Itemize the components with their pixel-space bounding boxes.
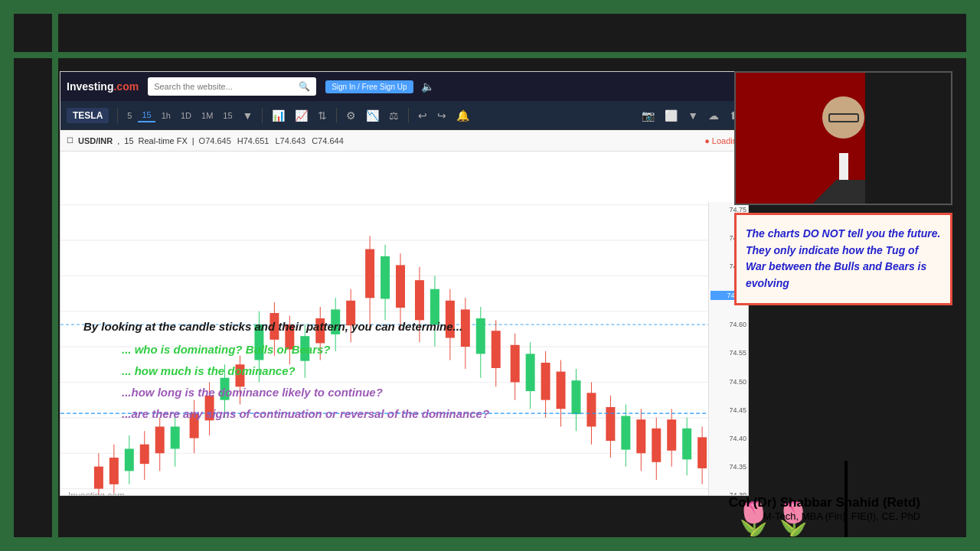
svg-rect-81 <box>652 429 661 462</box>
chart-container: Investing.com 🔍 Sign In / Free Sign Up 🔈… <box>60 71 749 496</box>
svg-rect-59 <box>476 318 485 354</box>
timeframe-15b[interactable]: 15 <box>219 109 236 122</box>
svg-rect-11 <box>94 467 103 489</box>
svg-rect-23 <box>190 413 199 438</box>
layout-dropdown[interactable]: ▼ <box>684 108 702 123</box>
svg-rect-49 <box>396 265 405 308</box>
svg-rect-13 <box>109 458 119 484</box>
svg-rect-15 <box>125 448 134 471</box>
svg-rect-61 <box>492 331 501 368</box>
redo-icon[interactable]: ↪ <box>433 108 450 123</box>
svg-rect-67 <box>541 363 550 400</box>
info-box-text: The charts DO NOT tell you the future. T… <box>746 227 940 289</box>
credits-name: Col (Dr) Shabbar Shahid (Retd) <box>729 495 920 510</box>
chart-area: 74.75 74.70 74.65 74.64 74.60 74.55 74.5… <box>60 152 748 496</box>
svg-rect-69 <box>557 372 566 409</box>
svg-rect-87 <box>697 437 707 468</box>
svg-rect-71 <box>572 380 581 414</box>
person-head <box>822 96 864 139</box>
webcam-dark-side <box>865 73 951 204</box>
svg-rect-17 <box>140 445 149 465</box>
svg-rect-77 <box>621 416 630 450</box>
webcam-person: 🌹🌹 <box>736 73 951 204</box>
timeframe-1m[interactable]: 1M <box>198 109 217 122</box>
chart-toolbar: Investing.com 🔍 Sign In / Free Sign Up 🔈 <box>60 72 748 101</box>
line-chart-icon[interactable]: 📈 <box>291 108 312 123</box>
high-value: H74.651 <box>237 136 270 145</box>
investing-brand: Investing.com <box>67 80 139 93</box>
divider4 <box>408 108 409 123</box>
svg-rect-73 <box>586 393 596 426</box>
search-bar[interactable]: 🔍 <box>148 77 316 96</box>
svg-rect-41 <box>331 309 340 334</box>
svg-rect-51 <box>415 280 424 320</box>
svg-rect-19 <box>155 426 165 453</box>
svg-rect-75 <box>606 407 615 441</box>
indicators-icon[interactable]: 📉 <box>362 108 383 123</box>
layout-icon[interactable]: ⬜ <box>661 108 681 123</box>
timeframe-1d[interactable]: 1D <box>177 109 195 122</box>
svg-rect-37 <box>300 336 309 360</box>
cloud-icon[interactable]: ☁ <box>704 108 723 123</box>
ohlc-values: O74.645 H74.651 L74.643 C74.644 <box>199 136 344 145</box>
svg-rect-57 <box>461 309 470 347</box>
open-value: O74.645 <box>199 136 231 145</box>
right-panel: 🌹🌹 The charts DO NOT tell you the future… <box>734 71 952 305</box>
candlestick-icon[interactable]: 📊 <box>268 108 289 123</box>
svg-rect-27 <box>220 378 230 400</box>
alert-icon[interactable]: 🔔 <box>452 108 473 123</box>
person-glasses <box>828 113 859 122</box>
bar-chart-icon[interactable]: ⇅ <box>314 108 331 123</box>
svg-rect-45 <box>365 249 374 298</box>
cross-horizontal <box>14 52 980 58</box>
svg-rect-29 <box>235 364 244 386</box>
svg-rect-85 <box>682 429 691 460</box>
ohlc-separator: | <box>192 136 194 145</box>
svg-rect-55 <box>446 301 455 338</box>
settings-icon[interactable]: ⚙ <box>342 108 360 123</box>
svg-rect-21 <box>171 426 180 448</box>
chart-controls-bar: TESLA 5 15 1h 1D 1M 15 ▼ 📊 📈 ⇅ ⚙ 📉 ⚖ ↩ ↪… <box>60 101 748 130</box>
candlestick-chart <box>60 152 748 496</box>
instrument-label: USD/INR <box>78 136 113 145</box>
credits-qualifications: M-Tech, MBA (Fin), FIE(I), CE, PhD <box>729 510 920 522</box>
svg-rect-79 <box>636 419 645 453</box>
divider2 <box>262 108 263 123</box>
svg-rect-63 <box>511 345 520 383</box>
period-value: 15 <box>124 136 133 145</box>
svg-rect-83 <box>667 419 676 451</box>
webcam-box: 🌹🌹 <box>734 71 952 205</box>
info-box: The charts DO NOT tell you the future. T… <box>734 213 952 305</box>
timeframe-1h[interactable]: 1h <box>158 109 175 122</box>
svg-rect-39 <box>315 318 325 343</box>
cross-vertical <box>52 14 58 551</box>
period-label: , <box>117 136 119 145</box>
svg-rect-65 <box>526 354 535 391</box>
divider <box>117 108 118 123</box>
svg-rect-53 <box>430 289 439 324</box>
low-value: L74.643 <box>275 136 305 145</box>
svg-rect-47 <box>381 256 390 299</box>
svg-rect-35 <box>285 324 294 349</box>
close-value: C74.644 <box>312 136 344 145</box>
timeframe-5[interactable]: 5 <box>123 109 136 122</box>
outer-frame: Prelude Investing.com 🔍 Sign In / Free S… <box>0 0 980 551</box>
timeframe-15[interactable]: 15 <box>138 109 155 122</box>
search-input[interactable] <box>154 82 299 91</box>
symbol-label[interactable]: TESLA <box>67 108 109 123</box>
credits: Col (Dr) Shabbar Shahid (Retd) M-Tech, M… <box>729 495 920 522</box>
svg-rect-31 <box>254 324 263 360</box>
svg-rect-33 <box>270 313 279 340</box>
compare-icon[interactable]: ⚖ <box>385 108 403 123</box>
divider3 <box>336 108 337 123</box>
page-title: Prelude <box>67 21 140 45</box>
speaker-icon: 🔈 <box>421 80 434 93</box>
ohlc-bar: ☐ USD/INR , 15 Real-time FX | O74.645 H7… <box>60 130 748 152</box>
chart-checkbox[interactable]: ☐ <box>67 136 74 145</box>
svg-rect-43 <box>346 301 355 325</box>
undo-icon[interactable]: ↩ <box>414 108 431 123</box>
signin-button[interactable]: Sign In / Free Sign Up <box>325 80 413 93</box>
dropdown-icon[interactable]: ▼ <box>239 108 257 123</box>
camera-icon[interactable]: 📷 <box>638 108 658 123</box>
search-icon: 🔍 <box>299 81 310 92</box>
